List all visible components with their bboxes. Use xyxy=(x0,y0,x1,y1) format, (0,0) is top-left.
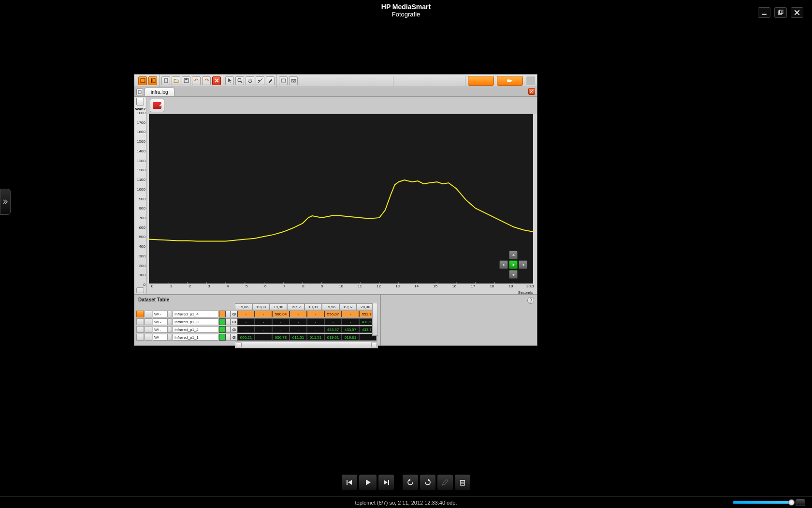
edit-button[interactable] xyxy=(437,474,453,491)
y-tick: 1800 xyxy=(137,111,145,115)
row-toggle[interactable] xyxy=(136,311,144,317)
table-hscroll[interactable] xyxy=(235,342,378,348)
rotate-right-button[interactable] xyxy=(420,474,436,491)
row-color-swatch[interactable] xyxy=(219,326,226,333)
row-config-icon[interactable] xyxy=(145,311,152,317)
tab-infralog[interactable]: infra.log xyxy=(145,88,174,96)
row-unit-drop[interactable] xyxy=(167,334,172,341)
row-config-icon[interactable] xyxy=(145,318,152,325)
redo-icon[interactable] xyxy=(202,76,211,85)
cell: 611,51 xyxy=(290,334,307,341)
y-tick: 1400 xyxy=(137,149,145,153)
layout-toggle-b[interactable] xyxy=(148,76,157,85)
volume-slider[interactable] xyxy=(733,501,792,504)
nav-right-icon[interactable] xyxy=(519,260,527,269)
table-vscroll[interactable] xyxy=(372,303,378,336)
row-color-swatch[interactable] xyxy=(219,311,226,317)
next-button[interactable] xyxy=(378,474,394,491)
row-color-drop[interactable] xyxy=(226,311,231,317)
svg-rect-21 xyxy=(138,90,141,93)
row-unit: W/ - xyxy=(153,318,167,325)
col-header: 19,97 xyxy=(339,303,357,310)
svg-point-20 xyxy=(507,79,510,82)
layout-toggle-a[interactable] xyxy=(138,76,147,85)
delete-icon[interactable] xyxy=(212,76,221,85)
y-tick: 900 xyxy=(139,197,145,201)
y-tick: 600 xyxy=(139,225,145,230)
svg-rect-7 xyxy=(153,78,155,83)
cell: 611,51 xyxy=(307,334,324,341)
yaxis-scroll-icon[interactable] xyxy=(136,287,144,293)
cell: 619,61 xyxy=(324,334,342,341)
open-file-icon[interactable] xyxy=(172,76,180,85)
row-visibility-icon[interactable] xyxy=(231,334,237,341)
row-visibility-icon[interactable] xyxy=(231,311,237,317)
cell: - xyxy=(255,334,272,341)
bottom-panel: Dataset Table 19,8619,8819,9019,9219,931… xyxy=(134,294,537,345)
settings-icon[interactable] xyxy=(279,76,288,85)
tab-system-icon[interactable] xyxy=(136,89,143,95)
x-tick: 4 xyxy=(224,284,231,290)
row-color-drop[interactable] xyxy=(226,334,231,341)
row-visibility-icon[interactable] xyxy=(231,318,237,325)
zoom-tool-icon[interactable] xyxy=(235,76,244,85)
tab-close-icon[interactable] xyxy=(528,88,535,95)
row-toggle[interactable] xyxy=(136,318,144,325)
y-tick: 700 xyxy=(139,216,145,220)
y-tick: 500 xyxy=(139,235,145,239)
row-color-swatch[interactable] xyxy=(219,318,226,325)
row-config-icon[interactable] xyxy=(145,326,152,333)
row-visibility-icon[interactable] xyxy=(231,326,237,333)
pan-tool-icon[interactable] xyxy=(246,76,254,85)
chart[interactable]: 01234567891011121314151617181920,0 Secon… xyxy=(147,114,537,294)
row-toggle[interactable] xyxy=(136,334,144,341)
measure-tool-icon[interactable] xyxy=(256,76,264,85)
row-unit-drop[interactable] xyxy=(167,326,172,333)
nav-play-icon[interactable] xyxy=(509,260,518,269)
volume-knob[interactable] xyxy=(788,499,795,506)
row-config-icon[interactable] xyxy=(145,334,152,341)
svg-line-14 xyxy=(240,81,242,83)
minimize-button[interactable] xyxy=(758,7,770,18)
row-color-drop[interactable] xyxy=(226,318,231,325)
rotate-left-button[interactable] xyxy=(402,474,419,491)
undo-icon[interactable] xyxy=(192,76,201,85)
save-file-icon[interactable] xyxy=(182,76,190,85)
y-tick: 1600 xyxy=(137,130,145,134)
side-panel-handle[interactable] xyxy=(0,189,11,215)
status-indicator[interactable] xyxy=(497,76,523,86)
camera-icon[interactable] xyxy=(289,76,298,85)
x-tick: 0 xyxy=(149,284,156,290)
maximize-button[interactable] xyxy=(774,7,787,18)
play-button[interactable] xyxy=(359,474,377,491)
close-button[interactable] xyxy=(791,7,803,18)
svg-rect-17 xyxy=(281,79,286,82)
svg-rect-10 xyxy=(185,78,187,80)
row-color-drop[interactable] xyxy=(226,326,231,333)
annotate-tool-icon[interactable] xyxy=(266,76,275,85)
row-unit-drop[interactable] xyxy=(167,311,172,317)
row-toggle[interactable] xyxy=(136,326,144,333)
prev-button[interactable] xyxy=(341,474,358,491)
yaxis-config-icon[interactable] xyxy=(136,98,144,105)
table-row: W/ -Infrared_p1_3-------433,57 xyxy=(136,318,378,326)
row-unit-drop[interactable] xyxy=(167,318,172,325)
new-file-icon[interactable] xyxy=(161,76,170,85)
nav-left-icon[interactable] xyxy=(499,260,508,269)
row-color-swatch[interactable] xyxy=(219,334,226,341)
svg-point-51 xyxy=(233,329,234,330)
trash-button[interactable] xyxy=(454,474,471,491)
row-unit: W/ - xyxy=(153,311,167,317)
cell: - xyxy=(342,318,359,325)
pointer-tool-icon[interactable] xyxy=(225,76,234,85)
help-icon[interactable]: ? xyxy=(527,297,534,304)
plot-toolbar xyxy=(147,97,537,114)
nav-up-icon[interactable] xyxy=(509,251,518,259)
nav-down-icon[interactable] xyxy=(509,270,518,279)
cell: - xyxy=(237,311,255,317)
x-axis-unit: Seconds xyxy=(518,290,533,295)
x-tick: 8 xyxy=(300,284,306,290)
export-chart-icon[interactable] xyxy=(150,99,164,112)
record-button[interactable] xyxy=(468,76,494,86)
eject-icon[interactable] xyxy=(796,499,805,506)
